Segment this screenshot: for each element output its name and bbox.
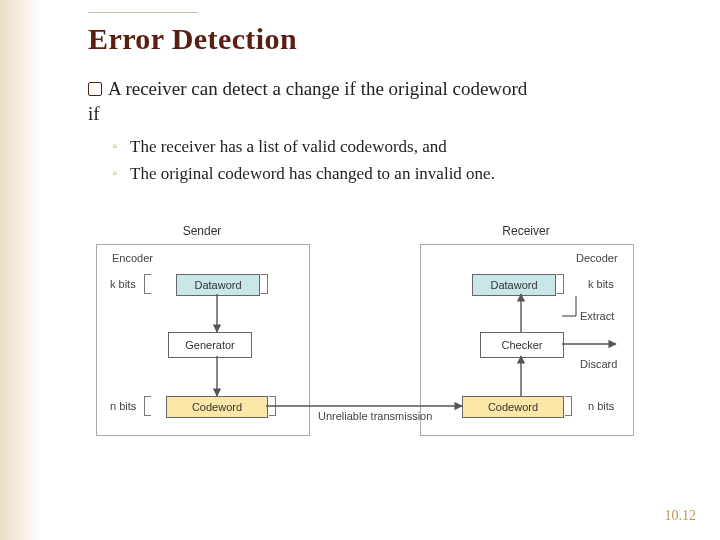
checker-box: Checker <box>480 332 564 358</box>
sender-dataword-box: Dataword <box>176 274 260 296</box>
receiver-codeword-box: Codeword <box>462 396 564 418</box>
generator-box: Generator <box>168 332 252 358</box>
diagram: Sender Receiver Encoder Decoder Dataword… <box>90 226 644 456</box>
kbits-receiver-label: k bits <box>588 278 614 290</box>
bracket-tick <box>144 274 152 294</box>
unreliable-label: Unreliable transmission <box>318 410 432 422</box>
bracket-tick <box>564 396 572 416</box>
checkbox-icon <box>88 82 102 96</box>
nbits-sender-label: n bits <box>110 400 136 412</box>
accent-gradient <box>0 0 40 540</box>
bracket-tick <box>268 396 276 416</box>
bullet-line2: if <box>88 103 100 124</box>
extract-label: Extract <box>580 310 614 322</box>
bullet-line1: A receiver can detect a change if the or… <box>108 78 527 99</box>
nbits-receiver-label: n bits <box>588 400 614 412</box>
sub-bullet: The original codeword has changed to an … <box>112 163 680 186</box>
bracket-tick <box>260 274 268 294</box>
top-hairline <box>88 12 198 13</box>
receiver-dataword-box: Dataword <box>472 274 556 296</box>
sub-bullet: The receiver has a list of valid codewor… <box>112 136 680 159</box>
encoder-label: Encoder <box>112 252 153 264</box>
decoder-label: Decoder <box>576 252 618 264</box>
discard-label: Discard <box>580 358 617 370</box>
kbits-sender-label: k bits <box>110 278 136 290</box>
bracket-tick <box>144 396 152 416</box>
sub-bullet-list: The receiver has a list of valid codewor… <box>112 136 680 190</box>
main-bullet: A receiver can detect a change if the or… <box>88 76 680 126</box>
receiver-caption: Receiver <box>420 224 632 238</box>
sender-codeword-box: Codeword <box>166 396 268 418</box>
sender-caption: Sender <box>96 224 308 238</box>
page-number: 10.12 <box>665 508 697 524</box>
page-title: Error Detection <box>88 22 297 56</box>
slide: Error Detection A receiver can detect a … <box>0 0 720 540</box>
bracket-tick <box>556 274 564 294</box>
